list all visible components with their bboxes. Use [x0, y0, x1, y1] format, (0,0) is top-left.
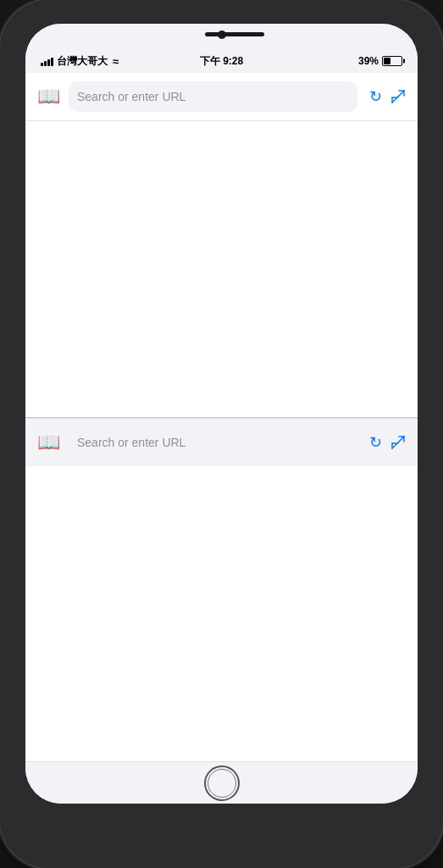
home-button-area [25, 761, 418, 804]
browser-tab-bottom: 📖 Search or enter URL ↻ [25, 418, 418, 762]
signal-bars [41, 56, 53, 66]
expand-icon-bottom[interactable] [390, 435, 406, 450]
home-button-inner [208, 769, 236, 798]
carrier-name: 台灣大哥大 [57, 54, 108, 69]
wifi-icon: ≈ [113, 55, 119, 68]
reload-icon-bottom[interactable]: ↻ [369, 433, 382, 452]
battery-fill [384, 58, 390, 64]
notch-area [25, 24, 418, 49]
status-bar: 台灣大哥大 ≈ 下午 9:28 39% [25, 49, 418, 73]
url-bar-bottom[interactable]: Search or enter URL [69, 427, 357, 458]
status-left: 台灣大哥大 ≈ [41, 54, 119, 69]
browser-tab-top: 📖 Search or enter URL ↻ [25, 73, 418, 418]
top-toolbar: 📖 Search or enter URL ↻ [25, 73, 418, 121]
expand-icon-top[interactable] [390, 89, 406, 104]
speaker-bar [205, 32, 264, 36]
battery-icon [382, 56, 402, 66]
signal-bar-1 [41, 63, 43, 66]
status-time: 下午 9:28 [200, 54, 243, 69]
top-page-content [25, 121, 418, 417]
signal-bar-3 [47, 59, 50, 66]
bookmarks-icon-bottom[interactable]: 📖 [37, 433, 60, 452]
battery-percent-label: 39% [358, 55, 379, 67]
signal-bar-2 [44, 61, 47, 66]
bottom-page-content [25, 466, 418, 762]
signal-bar-4 [51, 58, 53, 66]
url-placeholder-bottom: Search or enter URL [77, 436, 186, 449]
url-bar-top[interactable]: Search or enter URL [69, 81, 357, 112]
home-button[interactable] [204, 765, 240, 801]
phone-screen: 台灣大哥大 ≈ 下午 9:28 39% 📖 Search or enter UR… [25, 24, 418, 804]
url-placeholder-top: Search or enter URL [77, 90, 186, 103]
svg-line-8 [398, 437, 404, 442]
split-browser-container: 📖 Search or enter URL ↻ [25, 73, 418, 761]
bookmarks-icon-top[interactable]: 📖 [37, 87, 60, 106]
bottom-toolbar: 📖 Search or enter URL ↻ [25, 418, 418, 466]
status-right: 39% [358, 55, 402, 67]
reload-icon-top[interactable]: ↻ [369, 87, 382, 106]
phone-device: 台灣大哥大 ≈ 下午 9:28 39% 📖 Search or enter UR… [0, 0, 443, 868]
svg-line-2 [398, 91, 404, 97]
